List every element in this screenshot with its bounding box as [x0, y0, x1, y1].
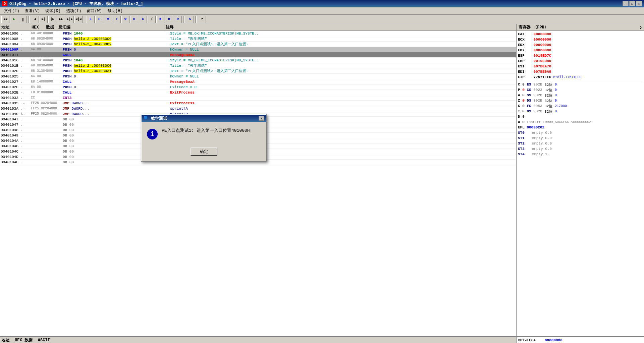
reg-name: EBP: [518, 59, 531, 63]
row-addr: 0040101B .: [0, 64, 30, 68]
disasm-row[interactable]: 0040100A . 68 09304000 PUSH hello-2_.004…: [0, 42, 516, 47]
reg-value: 00800000: [531, 48, 551, 52]
disasm-header: 地址 HEX 数据 反汇编 注释: [0, 24, 516, 31]
modal-app-icon: 🔵: [144, 116, 149, 121]
disasm-row[interactable]: 0040103A .- FF25 0C204000 JMP DWORD... s…: [0, 106, 516, 111]
disasm-row[interactable]: 0040102E -. E8 01000000 CALL ExitProcess: [0, 90, 516, 95]
flag-name: T: [518, 109, 520, 113]
disasm-panel: 地址 HEX 数据 反汇编 注释 00401000 . 68 40100000 …: [0, 24, 517, 336]
main-area: 地址 HEX 数据 反汇编 注释 00401000 . 68 40100000 …: [0, 24, 644, 336]
disasm-row[interactable]: 00401035 .- FF25 00204000 JMP DWORD... E…: [0, 101, 516, 106]
row-addr: 0040104A .: [0, 139, 30, 143]
menu-options[interactable]: 选项(T): [63, 7, 84, 14]
tb-pause[interactable]: ‖: [19, 16, 27, 23]
fpu-value: empty 0.0: [530, 136, 552, 140]
menu-debug[interactable]: 调试(D): [43, 7, 63, 14]
disasm-row[interactable]: 00401033 . CC INT3: [0, 95, 516, 101]
tb-c[interactable]: C: [139, 16, 147, 23]
disasm-row[interactable]: 0040102C . 6A 00 PUSH 0 ExitCode = 0: [0, 84, 516, 90]
tb-step-over[interactable]: ►|: [40, 16, 48, 23]
fpu-value: empty 0.0: [530, 131, 552, 135]
tb-m[interactable]: M: [104, 16, 112, 23]
tb-k[interactable]: K: [156, 16, 164, 23]
disasm-row[interactable]: 00401020 . 68 31304000 PUSH hello-2_.004…: [0, 68, 516, 74]
reg-collapse-icon[interactable]: ❯: [640, 25, 642, 30]
disasm-row[interactable]: 0040101B . 68 00304000 PUSH hello-2_.004…: [0, 63, 516, 68]
row-disasm: PUSH hello-2_.00403031: [62, 69, 169, 73]
seg-bits: 32位: [544, 82, 555, 87]
maximize-button[interactable]: □: [629, 1, 635, 6]
tb-b[interactable]: B: [165, 16, 173, 23]
segment-row: D 0: [518, 114, 643, 119]
disasm-row[interactable]: 00401027 . E8 14000000 CALL MessageBoxA: [0, 79, 516, 84]
tb-run-to-ret[interactable]: ►►: [57, 16, 65, 23]
tb-animate-over[interactable]: ◄|◄: [74, 16, 83, 23]
menu-help[interactable]: 帮助(H): [105, 7, 125, 14]
seg-num: 002B: [531, 99, 545, 103]
row-disasm: CALL: [62, 80, 169, 84]
tb-l[interactable]: L: [87, 16, 95, 23]
row-disasm: CALL: [62, 53, 169, 57]
tb-step-into[interactable]: ◄: [31, 16, 39, 23]
modal-ok-button[interactable]: 确定: [191, 148, 217, 156]
row-disasm: PUSH 0: [62, 48, 169, 52]
tb-restart[interactable]: ◄◄: [1, 16, 9, 23]
row-disasm: PUSH hello-2_.00403009: [62, 42, 169, 46]
reg-name: EDI: [518, 70, 531, 74]
tb-slash[interactable]: /: [148, 16, 156, 23]
row-hex: CC: [30, 96, 62, 100]
seg-bits: 32位: [544, 98, 555, 103]
disasm-row[interactable]: 00401025 . 6A 00 PUSH 0 hOwner = NULL: [0, 74, 516, 79]
title-bar: O OllyDbg - hello-2.5.exe - [CPU - 主线程, …: [0, 0, 644, 7]
fpu-value: empty 0.0: [530, 141, 552, 146]
seg-desc: 0: [555, 88, 557, 92]
tb-t[interactable]: T: [113, 16, 121, 23]
reg-name: EBX: [518, 48, 531, 52]
tb-r[interactable]: R: [174, 16, 182, 23]
row-comment: Text = "PE入口点测试2：进入第二入口位置·: [169, 68, 516, 73]
tb-run[interactable]: ►: [10, 16, 18, 23]
disasm-row[interactable]: 00401005 . 68 00304000 PUSH hello-2_.004…: [0, 36, 516, 42]
menu-window[interactable]: 窗口(W): [84, 7, 105, 14]
flag-value: 0: [520, 115, 525, 119]
segment-row: O 0 LastErr ERROR_SUCCESS <00000000>: [518, 119, 643, 125]
bottom-area: 地址 HEX 数据 ASCII 00403000 BD CC D1 A7 B2 …: [0, 336, 644, 343]
row-hex: FF25 08204000: [30, 112, 62, 116]
tb-w[interactable]: W: [121, 16, 129, 23]
flag-name: A: [518, 93, 520, 97]
segment-row: C 0 ES 002B 32位 0: [518, 82, 643, 87]
menu-view[interactable]: 查看(V): [22, 7, 43, 14]
disasm-row[interactable]: 00401011 . E8 2A000000 CALL MessageBoxA: [0, 52, 516, 58]
tb-step-out[interactable]: |►: [48, 16, 56, 23]
register-row: EBP 0019EDD0: [518, 58, 643, 64]
minimize-button[interactable]: —: [623, 1, 629, 6]
hex-col-ascii: ASCII: [38, 338, 50, 343]
row-comment: Title = "教学测试": [169, 36, 516, 41]
col-header-disasm: 反汇编: [57, 24, 164, 30]
close-button[interactable]: ✕: [636, 1, 642, 6]
row-comment: hOwner = NULL: [169, 48, 516, 52]
disasm-row[interactable]: 00401016 . 68 40100000 PUSH 1040 Style =…: [0, 58, 516, 63]
tb-animate-into[interactable]: ►|►: [66, 16, 74, 23]
modal-close-button[interactable]: ✕: [259, 116, 264, 121]
row-hex: E8 01000000: [30, 91, 62, 94]
disasm-row[interactable]: 0040100F . 6A 00 PUSH 0 hOwner = NULL: [0, 47, 516, 52]
disasm-row[interactable]: 00401000 . 68 40100000 PUSH 1040 Style =…: [0, 31, 516, 36]
seg-bits: 32位: [544, 109, 555, 114]
tb-e[interactable]: E: [95, 16, 103, 23]
menu-file[interactable]: 文件(F): [1, 7, 22, 14]
flag-name: D: [518, 115, 520, 119]
efl-row: EFL 00000202: [518, 125, 643, 130]
row-disasm: JMP DWORD...: [62, 101, 169, 105]
seg-desc: 0: [555, 110, 557, 113]
tb-help[interactable]: ?: [198, 16, 206, 23]
flag-name: P: [518, 88, 520, 92]
tb-h[interactable]: H: [130, 16, 138, 23]
row-addr: 0040100A .: [0, 42, 30, 46]
row-addr: 00401048 .: [0, 128, 30, 132]
row-hex: 6A 00: [30, 85, 62, 89]
tb-s[interactable]: S: [186, 16, 194, 23]
seg-desc: 0: [555, 99, 557, 103]
stack-row[interactable]: 0019FF64 00000000: [517, 338, 644, 343]
seg-bits: 32位: [544, 104, 555, 109]
